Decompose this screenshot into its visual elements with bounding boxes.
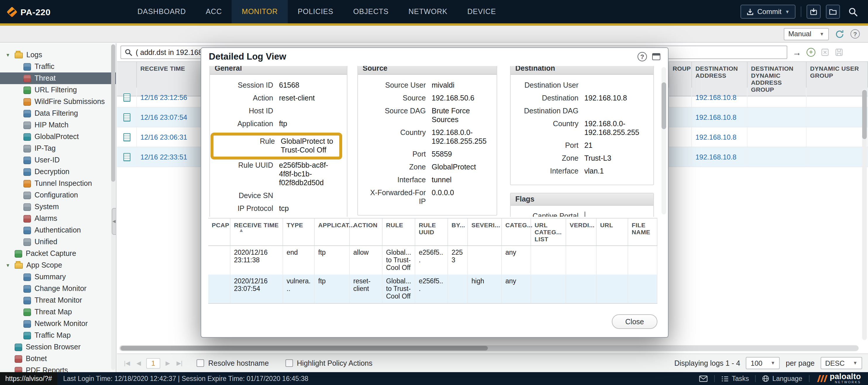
- tab-acc[interactable]: ACC: [196, 0, 232, 23]
- related-log-row[interactable]: 2020/12/16 23:11:38 end ftp allow Global…: [208, 246, 657, 275]
- alerts-envelope-icon[interactable]: [699, 375, 708, 382]
- popout-window-icon[interactable]: [652, 53, 660, 60]
- open-config-button[interactable]: [826, 5, 840, 19]
- modal-scrollbar[interactable]: [661, 67, 666, 214]
- destination-address-cell[interactable]: 192.168.10.8: [692, 88, 747, 107]
- log-detail-icon[interactable]: [123, 153, 130, 161]
- group-label: Logs: [26, 51, 42, 59]
- tab-objects[interactable]: OBJECTS: [343, 0, 399, 23]
- page-number-field[interactable]: 1: [146, 358, 160, 369]
- close-button[interactable]: Close: [612, 314, 657, 329]
- type-column-header[interactable]: TYPE: [283, 218, 315, 245]
- apply-filter-icon[interactable]: →: [793, 48, 801, 57]
- sidebar-item-tunnel-inspection[interactable]: Tunnel Inspection: [0, 178, 116, 189]
- sidebar-item-configuration[interactable]: Configuration: [0, 189, 116, 201]
- sidebar-item-system[interactable]: System: [0, 201, 116, 213]
- url-column-header[interactable]: URL: [597, 218, 628, 245]
- sidebar-item-user-id[interactable]: User-ID: [0, 154, 116, 166]
- last-page-icon[interactable]: ▶|: [175, 360, 184, 366]
- page-size-select[interactable]: 100 ▼: [746, 357, 780, 369]
- resolve-hostname-checkbox[interactable]: [196, 359, 204, 367]
- save-filter-icon[interactable]: [835, 48, 843, 57]
- sidebar-item-threat[interactable]: Threat: [0, 72, 116, 84]
- verdict-column-header[interactable]: VERDI...: [566, 218, 597, 245]
- main-vertical-scrollbar[interactable]: [862, 89, 867, 340]
- brand: PA-220: [0, 7, 111, 16]
- captive-portal-checkbox[interactable]: [584, 211, 586, 217]
- sidebar-item-botnet[interactable]: Botnet: [0, 353, 116, 364]
- sidebar-group-logs[interactable]: ▼ Logs: [0, 49, 116, 61]
- sidebar-item-data-filtering[interactable]: Data Filtering: [0, 107, 116, 119]
- sidebar-item-session-browser[interactable]: Session Browser: [0, 341, 116, 353]
- log-detail-icon[interactable]: [123, 93, 130, 101]
- sidebar-item-ip-tag[interactable]: IP-Tag: [0, 143, 116, 154]
- sidebar-item-traffic-map[interactable]: Traffic Map: [0, 329, 116, 341]
- sidebar-scrollbar[interactable]: [111, 44, 115, 370]
- highlight-policy-actions-checkbox[interactable]: [285, 359, 293, 367]
- sidebar-item-authentication[interactable]: Authentication: [0, 224, 116, 236]
- severity-column-header[interactable]: SEVERI...: [468, 218, 502, 245]
- destination-address-cell[interactable]: 192.168.10.8: [692, 147, 747, 167]
- tasks-button[interactable]: Tasks: [721, 375, 749, 382]
- sidebar-item-url-filtering[interactable]: URL Filtering: [0, 84, 116, 96]
- destination-address-cell[interactable]: 192.168.10.8: [692, 127, 747, 147]
- tab-policies[interactable]: POLICIES: [288, 0, 343, 23]
- global-search-button[interactable]: [845, 4, 860, 19]
- sidebar-item-pdf-reports[interactable]: PDF Reports: [0, 364, 116, 372]
- sidebar-item-change-monitor[interactable]: Change Monitor: [0, 283, 116, 294]
- sidebar-item-unified[interactable]: Unified: [0, 236, 116, 248]
- save-config-button[interactable]: [807, 5, 820, 19]
- scrollbar-thumb[interactable]: [121, 346, 488, 351]
- tab-device[interactable]: DEVICE: [457, 0, 506, 23]
- tab-network[interactable]: NETWORK: [399, 0, 457, 23]
- sidebar-item-packet-capture[interactable]: Packet Capture: [0, 248, 116, 259]
- action-column-header[interactable]: ACTION: [350, 218, 382, 245]
- bytes-column-header[interactable]: BY...: [448, 218, 468, 245]
- category-column-header[interactable]: CATEG...: [502, 218, 531, 245]
- application-column-header[interactable]: APPLICAT...: [315, 218, 350, 245]
- log-detail-icon[interactable]: [123, 133, 130, 141]
- sidebar-collapse-handle[interactable]: ◀: [112, 208, 116, 235]
- main-horizontal-scrollbar[interactable]: [119, 345, 859, 351]
- sidebar-item-wildfire-submissions[interactable]: WildFire Submissions: [0, 96, 116, 107]
- destination-section-heading: Destination: [510, 66, 653, 75]
- add-filter-icon[interactable]: +: [807, 48, 815, 57]
- previous-page-icon[interactable]: ◀: [135, 360, 142, 366]
- first-page-icon[interactable]: |◀: [123, 360, 131, 366]
- destination-address-cell[interactable]: 192.168.10.8: [692, 107, 747, 127]
- refresh-icon[interactable]: [835, 29, 845, 39]
- sidebar-item-decryption[interactable]: Decryption: [0, 166, 116, 178]
- sidebar-item-network-monitor[interactable]: Network Monitor: [0, 318, 116, 329]
- next-page-icon[interactable]: ▶: [164, 360, 171, 366]
- source-port-value: 55859: [432, 150, 452, 159]
- log-detail-icon[interactable]: [123, 113, 130, 121]
- file-name-column-header[interactable]: FILE NAME: [628, 218, 657, 245]
- scrollbar-thumb[interactable]: [661, 82, 666, 129]
- commit-mode-select[interactable]: Manual ▼: [783, 28, 829, 40]
- sidebar-item-globalprotect[interactable]: GlobalProtect: [0, 131, 116, 143]
- pcap-column-header[interactable]: PCAP: [208, 218, 230, 245]
- sidebar-item-summary[interactable]: Summary: [0, 271, 116, 283]
- sidebar-item-hip-match[interactable]: HIP Match: [0, 119, 116, 131]
- tab-dashboard[interactable]: DASHBOARD: [127, 0, 196, 23]
- sidebar-item-threat-monitor[interactable]: Threat Monitor: [0, 294, 116, 306]
- scrollbar-thumb[interactable]: [111, 44, 115, 182]
- commit-button[interactable]: Commit ▼: [740, 5, 796, 19]
- sidebar-group-app-scope[interactable]: ▼ App Scope: [0, 259, 116, 271]
- url-category-list-column-header[interactable]: URL CATEG... LIST: [531, 218, 566, 245]
- sidebar-item-traffic[interactable]: Traffic: [0, 61, 116, 72]
- language-button[interactable]: Language: [763, 375, 802, 382]
- help-icon[interactable]: ?: [638, 52, 647, 61]
- related-log-row-selected[interactable]: 2020/12/16 23:07:54 vulnera... ftp reset…: [208, 275, 657, 303]
- receive-time-column-header[interactable]: RECEIVE TIME▲: [230, 218, 283, 245]
- clear-filter-icon[interactable]: [820, 48, 829, 57]
- tab-monitor[interactable]: MONITOR: [232, 0, 288, 23]
- sidebar-item-threat-map[interactable]: Threat Map: [0, 306, 116, 318]
- scrollbar-thumb[interactable]: [862, 90, 867, 139]
- rule-uuid-column-header[interactable]: RULE UUID: [415, 218, 448, 245]
- rule-column-header[interactable]: RULE: [382, 218, 415, 245]
- help-icon[interactable]: ?: [850, 29, 860, 39]
- sidebar-item-alarms[interactable]: Alarms: [0, 213, 116, 224]
- url-filtering-icon: [23, 86, 31, 94]
- sort-order-select[interactable]: DESC ▼: [820, 357, 862, 369]
